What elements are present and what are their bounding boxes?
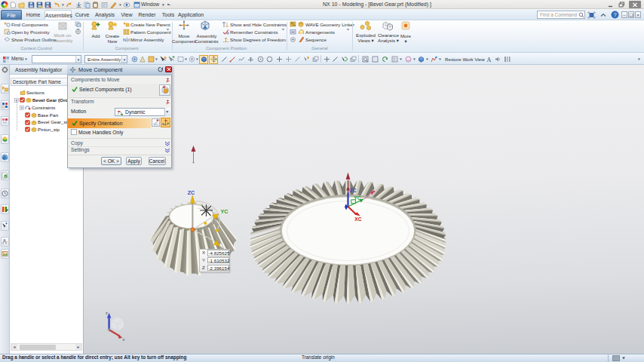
svg-text:ZC: ZC: [188, 190, 195, 195]
svg-text:YC: YC: [221, 209, 228, 214]
svg-text:A: A: [487, 57, 492, 63]
svg-text:z: z: [167, 119, 168, 122]
svg-text:x: x: [123, 337, 125, 342]
svg-text:z: z: [106, 311, 108, 315]
svg-text:TL: TL: [291, 22, 296, 26]
svg-text:XC: XC: [354, 216, 361, 222]
svg-text:?: ?: [613, 11, 616, 18]
svg-text:ZC: ZC: [350, 188, 357, 193]
svg-text:YC: YC: [354, 195, 360, 201]
